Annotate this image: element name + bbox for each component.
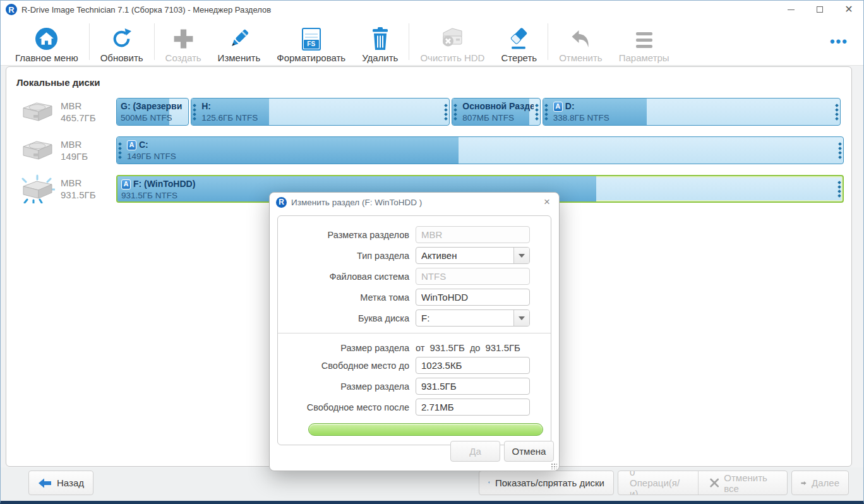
cancel-x-icon: [710, 477, 719, 488]
partition[interactable]: AD: 338.8ГБ NTFS: [543, 98, 841, 126]
resize-grip-icon[interactable]: [551, 463, 557, 469]
partition[interactable]: Основной Разде 807МБ NTFS: [452, 98, 541, 126]
disk-size: 465.7ГБ: [61, 112, 116, 124]
toolbar-button-create[interactable]: Создать: [157, 21, 210, 63]
chevron-down-icon[interactable]: [513, 248, 529, 263]
resize-handle-icon[interactable]: [837, 137, 843, 164]
toolbar-button-refresh[interactable]: Обновить: [92, 21, 152, 63]
partition-layout-field: [416, 226, 530, 243]
toolbar-separator: [548, 23, 548, 60]
usb-hdd-icon: [14, 174, 61, 203]
partition[interactable]: H: 125.6ГБ NTFS: [191, 98, 450, 126]
back-button[interactable]: Назад: [28, 471, 93, 495]
toolbar-label: Обновить: [100, 53, 143, 63]
partition-name: D:: [565, 101, 575, 112]
next-button[interactable]: Далее: [791, 471, 849, 495]
partitions-track: AC: 149ГБ NTFS: [116, 136, 844, 164]
more-options-icon[interactable]: •••: [830, 33, 848, 50]
toolbar-button-main-menu[interactable]: Главное меню: [7, 21, 87, 63]
toolbar-button-parameters[interactable]: Параметры: [611, 21, 678, 63]
cancel-button[interactable]: Отмена: [504, 441, 554, 462]
free-space-after-field[interactable]: [416, 399, 530, 416]
partition-size: 149ГБ NTFS: [127, 151, 836, 162]
format-document-icon: FS: [302, 25, 321, 51]
partition[interactable]: AC: 149ГБ NTFS: [116, 136, 844, 164]
pencil-icon: [227, 25, 251, 51]
toolbar-button-format[interactable]: FS Форматировать: [268, 21, 354, 63]
toolbar-label: Форматировать: [277, 53, 345, 63]
range-word: до: [470, 343, 481, 353]
disk-scheme: MBR: [61, 177, 116, 189]
field-label: Файловая система: [278, 272, 416, 282]
partition-type-value[interactable]: [416, 247, 530, 264]
operations-count-button[interactable]: 0 Операци(я/и): [618, 471, 698, 495]
maximize-button[interactable]: [805, 1, 834, 18]
resize-handle-icon[interactable]: [836, 176, 843, 201]
back-label: Назад: [57, 477, 84, 488]
app-logo-icon: R: [6, 4, 17, 15]
partition-info: AD: 338.8ГБ NTFS: [549, 99, 834, 125]
partition-size: 125.6ГБ NTFS: [201, 112, 441, 124]
show-hide-label: Показать/спрятать диски: [495, 477, 604, 488]
dialog-title: Изменить раздел (F: WinToHDD ): [291, 198, 422, 207]
show-hide-disks-button[interactable]: Показать/спрятать диски: [479, 471, 614, 495]
field-label: Буква диска: [278, 313, 416, 323]
toolbar-label: Создать: [165, 53, 201, 63]
toolbar-button-edit[interactable]: Изменить: [210, 21, 269, 63]
cancel-all-button[interactable]: Отменить все: [699, 471, 787, 495]
partition-size-field[interactable]: [416, 378, 530, 395]
resize-handle-icon[interactable]: [191, 99, 198, 125]
minimize-button[interactable]: [776, 1, 805, 18]
toolbar-button-delete[interactable]: Удалить: [354, 21, 406, 63]
panel-heading: Локальные диски: [16, 77, 851, 88]
active-partition-badge-icon: A: [121, 179, 131, 189]
toolbar-separator: [89, 23, 90, 60]
toolbar-button-undo[interactable]: Отменить: [551, 21, 611, 63]
toolbar-separator: [409, 23, 409, 60]
size-slider-bar[interactable]: [308, 423, 543, 436]
ok-button[interactable]: Да: [450, 441, 500, 462]
field-label: Размер раздела: [278, 343, 416, 353]
toolbar: Главное меню Обновить Создать Изменить F…: [1, 18, 863, 66]
undo-arrow-icon: [569, 25, 592, 51]
resize-handle-icon[interactable]: [543, 99, 549, 125]
partition-type-combo[interactable]: [416, 247, 530, 264]
menu-lines-icon: [636, 25, 652, 51]
range-min: 931.5ГБ: [429, 342, 465, 353]
operations-label: 0 Операци(я/и): [630, 471, 687, 495]
dialog-close-icon[interactable]: ×: [541, 196, 553, 208]
trash-icon: [369, 25, 391, 51]
partition-size: 338.8ГБ NTFS: [553, 112, 832, 124]
toolbar-label: Главное меню: [15, 53, 78, 63]
resize-handle-icon[interactable]: [117, 137, 123, 164]
disk-meta: MBR 149ГБ: [61, 138, 116, 163]
free-space-before-field[interactable]: [416, 357, 530, 374]
toolbar-button-clean-hdd[interactable]: Очистить HDD: [412, 21, 493, 63]
toolbar-button-wipe[interactable]: Стереть: [493, 21, 545, 63]
partition-info: G: (Зарезерви 500МБ NTFS: [117, 99, 188, 125]
active-partition-badge-icon: A: [553, 102, 563, 112]
dialog-title-bar: R Изменить раздел (F: WinToHDD ) ×: [270, 193, 559, 212]
resize-handle-icon[interactable]: [452, 99, 459, 125]
partition[interactable]: G: (Зарезерви 500МБ NTFS: [116, 98, 189, 126]
field-label: Свободное место до: [278, 361, 416, 371]
toolbar-separator: [154, 23, 155, 60]
window-controls: ✕: [776, 1, 863, 18]
volume-label-field[interactable]: [416, 289, 530, 306]
toolbar-label: Удалить: [362, 53, 398, 63]
disk-row: MBR 149ГБ AC: 149ГБ NTFS: [14, 136, 844, 165]
resize-handle-icon[interactable]: [834, 99, 840, 125]
drive-letter-combo[interactable]: [416, 309, 530, 327]
minimize-icon: [788, 9, 795, 10]
resize-handle-icon[interactable]: [534, 99, 540, 125]
maximize-icon: [817, 6, 823, 13]
hdd-icon: [14, 99, 61, 125]
partitions-track: G: (Зарезерви 500МБ NTFS H: 125.6ГБ NTFS: [116, 98, 844, 126]
chevron-down-icon[interactable]: [513, 310, 529, 326]
close-button[interactable]: ✕: [834, 1, 863, 18]
disk-row: MBR 465.7ГБ G: (Зарезерви 500МБ NTFS H:: [14, 97, 844, 126]
filter-icon: [488, 476, 490, 489]
resize-handle-icon[interactable]: [443, 99, 449, 125]
disk-scheme: MBR: [61, 138, 116, 151]
drive-letter-value[interactable]: [416, 309, 530, 327]
